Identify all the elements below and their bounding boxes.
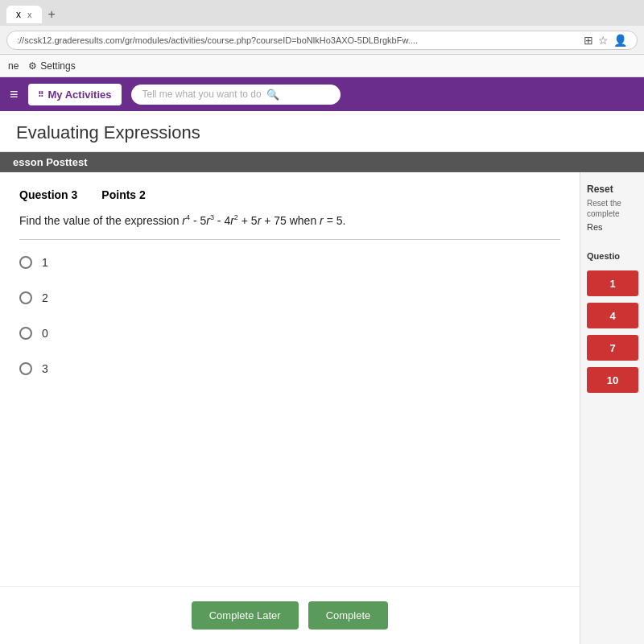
question-number: Question 3 [19, 188, 77, 201]
bookmark-settings-label: Settings [40, 60, 75, 72]
question-number-label-7: 7 [609, 342, 615, 354]
complete-button[interactable]: Complete [308, 601, 389, 630]
tab-close-button[interactable]: x [27, 10, 32, 19]
active-tab[interactable]: x x [6, 6, 42, 23]
section-label-bar: esson Posttest [0, 152, 644, 172]
options-list: 1 2 0 3 [19, 256, 560, 375]
question-number-label-4: 4 [609, 310, 615, 322]
reset-section: Reset Reset the complete Res [587, 184, 638, 232]
gear-icon: ⚙ [28, 60, 37, 72]
browser-action-icons: ⊞ ☆ 👤 [584, 34, 627, 47]
url-text: ://scsk12.graderesults.com/gr/modules/ac… [17, 35, 418, 45]
option-label-3: 0 [42, 327, 48, 340]
hamburger-icon[interactable]: ≡ [10, 86, 19, 103]
my-activities-button[interactable]: ⠿ My Activities [28, 84, 122, 105]
reset-link[interactable]: Res [587, 222, 603, 232]
app-header: ≡ ⠿ My Activities Tell me what you want … [0, 77, 644, 111]
option-label-2: 2 [42, 291, 48, 304]
option-item-2: 2 [19, 291, 560, 304]
bookmark-home-label: ne [8, 60, 19, 72]
option-label-1: 1 [42, 256, 48, 269]
activities-grid-icon: ⠿ [38, 90, 43, 99]
section-label: esson Posttest [13, 156, 87, 168]
search-icon: 🔍 [266, 89, 279, 101]
question-number-btn-10[interactable]: 10 [587, 367, 638, 393]
question-number-btn-1[interactable]: 1 [587, 270, 638, 296]
address-bar[interactable]: ://scsk12.graderesults.com/gr/modules/ac… [6, 31, 638, 50]
question-points: Points 2 [101, 188, 145, 201]
questions-label: Questio [587, 251, 638, 261]
profile-icon[interactable]: 👤 [613, 34, 627, 47]
reset-title: Reset [587, 184, 638, 195]
grid-icon[interactable]: ⊞ [584, 34, 593, 47]
right-sidebar: Reset Reset the complete Res Questio 1 4… [580, 172, 644, 644]
option-item-1: 1 [19, 256, 560, 269]
question-area: Question 3 Points 2 Find the value of th… [0, 172, 580, 586]
option-item-3: 0 [19, 327, 560, 340]
bookmark-home[interactable]: ne [8, 60, 19, 72]
page-title: Evaluating Expressions [16, 122, 628, 143]
question-number-btn-4[interactable]: 4 [587, 303, 638, 328]
search-placeholder-text: Tell me what you want to do [142, 89, 262, 100]
browser-tab-bar: x x + [0, 0, 644, 26]
reset-description: Reset the complete [587, 198, 638, 219]
question-text: Find the value of the expression r4 - 5r… [19, 213, 560, 229]
tab-title: x [16, 9, 21, 20]
question-number-btn-7[interactable]: 7 [587, 335, 638, 361]
address-bar-row: ://scsk12.graderesults.com/gr/modules/ac… [0, 26, 644, 55]
complete-later-button[interactable]: Complete Later [192, 601, 299, 630]
radio-button-2[interactable] [19, 291, 32, 304]
question-and-footer: Question 3 Points 2 Find the value of th… [0, 172, 580, 644]
new-tab-button[interactable]: + [42, 6, 62, 23]
search-bar[interactable]: Tell me what you want to do 🔍 [131, 85, 341, 105]
option-label-4: 3 [42, 362, 48, 375]
footer-buttons: Complete Later Complete [0, 586, 580, 644]
radio-button-1[interactable] [19, 256, 32, 269]
question-number-label-1: 1 [609, 278, 615, 290]
radio-button-4[interactable] [19, 362, 32, 375]
bookmark-bar: ne ⚙ Settings [0, 55, 644, 77]
main-content: Question 3 Points 2 Find the value of th… [0, 172, 644, 644]
star-icon[interactable]: ☆ [598, 34, 609, 47]
question-header: Question 3 Points 2 [19, 188, 560, 201]
question-number-label-10: 10 [607, 374, 618, 386]
divider [19, 239, 560, 240]
bookmark-settings[interactable]: ⚙ Settings [28, 60, 75, 72]
radio-button-3[interactable] [19, 327, 32, 340]
option-item-4: 3 [19, 362, 560, 375]
page-title-bar: Evaluating Expressions [0, 111, 644, 152]
my-activities-label: My Activities [48, 89, 112, 101]
